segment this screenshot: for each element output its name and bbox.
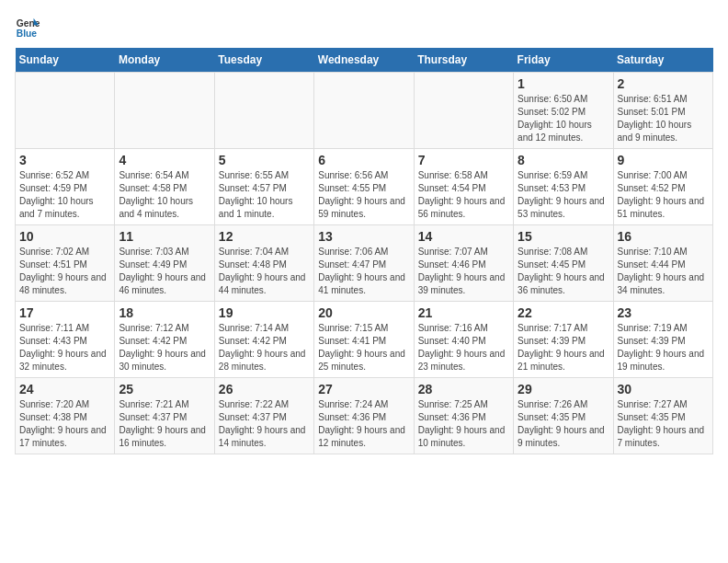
day-number: 25 <box>119 382 210 396</box>
calendar-table: SundayMondayTuesdayWednesdayThursdayFrid… <box>15 48 713 454</box>
day-number: 3 <box>19 153 110 167</box>
calendar-cell: 17Sunrise: 7:11 AM Sunset: 4:43 PM Dayli… <box>16 302 115 378</box>
day-number: 18 <box>119 305 210 320</box>
day-number: 15 <box>518 229 609 244</box>
day-info: Sunrise: 7:15 AM Sunset: 4:41 PM Dayligh… <box>318 322 409 373</box>
day-info: Sunrise: 7:08 AM Sunset: 4:45 PM Dayligh… <box>518 246 609 297</box>
calendar-cell: 1Sunrise: 6:50 AM Sunset: 5:02 PM Daylig… <box>514 73 613 149</box>
day-info: Sunrise: 7:22 AM Sunset: 4:37 PM Dayligh… <box>219 398 310 450</box>
day-info: Sunrise: 7:04 AM Sunset: 4:48 PM Dayligh… <box>219 246 310 297</box>
day-info: Sunrise: 7:10 AM Sunset: 4:44 PM Dayligh… <box>618 246 709 297</box>
day-number: 14 <box>418 229 509 244</box>
day-header-sunday: Sunday <box>16 48 115 73</box>
calendar-cell <box>115 73 214 149</box>
day-info: Sunrise: 7:20 AM Sunset: 4:38 PM Dayligh… <box>19 398 110 450</box>
day-number: 24 <box>19 382 110 396</box>
logo-icon: General Blue <box>15 15 40 40</box>
day-header-wednesday: Wednesday <box>314 48 414 73</box>
day-number: 13 <box>318 229 409 244</box>
day-number: 6 <box>318 153 409 167</box>
calendar-week-row: 24Sunrise: 7:20 AM Sunset: 4:38 PM Dayli… <box>16 378 713 454</box>
calendar-cell: 10Sunrise: 7:02 AM Sunset: 4:51 PM Dayli… <box>16 225 115 302</box>
day-number: 1 <box>518 76 609 91</box>
day-number: 26 <box>219 382 310 396</box>
calendar-week-row: 3Sunrise: 6:52 AM Sunset: 4:59 PM Daylig… <box>16 149 713 225</box>
day-number: 29 <box>518 382 609 396</box>
calendar-cell: 6Sunrise: 6:56 AM Sunset: 4:55 PM Daylig… <box>314 149 414 225</box>
calendar-cell: 20Sunrise: 7:15 AM Sunset: 4:41 PM Dayli… <box>314 302 414 378</box>
day-header-tuesday: Tuesday <box>214 48 313 73</box>
day-info: Sunrise: 7:07 AM Sunset: 4:46 PM Dayligh… <box>418 246 509 297</box>
calendar-cell: 2Sunrise: 6:51 AM Sunset: 5:01 PM Daylig… <box>613 73 712 149</box>
logo: General Blue <box>15 15 44 40</box>
day-number: 28 <box>418 382 509 396</box>
calendar-cell: 25Sunrise: 7:21 AM Sunset: 4:37 PM Dayli… <box>115 378 214 454</box>
calendar-week-row: 1Sunrise: 6:50 AM Sunset: 5:02 PM Daylig… <box>16 73 713 149</box>
day-number: 11 <box>119 229 210 244</box>
day-header-thursday: Thursday <box>414 48 513 73</box>
day-number: 23 <box>618 305 709 320</box>
day-info: Sunrise: 6:52 AM Sunset: 4:59 PM Dayligh… <box>19 169 110 221</box>
day-number: 17 <box>19 305 110 320</box>
day-info: Sunrise: 7:00 AM Sunset: 4:52 PM Dayligh… <box>618 169 709 221</box>
day-number: 20 <box>318 305 409 320</box>
calendar-week-row: 10Sunrise: 7:02 AM Sunset: 4:51 PM Dayli… <box>16 225 713 302</box>
day-header-friday: Friday <box>514 48 613 73</box>
calendar-header-row: SundayMondayTuesdayWednesdayThursdayFrid… <box>16 48 713 73</box>
calendar-cell <box>214 73 313 149</box>
calendar-cell: 8Sunrise: 6:59 AM Sunset: 4:53 PM Daylig… <box>514 149 613 225</box>
calendar-cell: 29Sunrise: 7:26 AM Sunset: 4:35 PM Dayli… <box>514 378 613 454</box>
calendar-cell: 4Sunrise: 6:54 AM Sunset: 4:58 PM Daylig… <box>115 149 214 225</box>
day-info: Sunrise: 6:55 AM Sunset: 4:57 PM Dayligh… <box>219 169 310 221</box>
day-number: 16 <box>618 229 709 244</box>
calendar-cell: 11Sunrise: 7:03 AM Sunset: 4:49 PM Dayli… <box>115 225 214 302</box>
day-number: 4 <box>119 153 210 167</box>
day-number: 5 <box>219 153 310 167</box>
calendar-cell: 9Sunrise: 7:00 AM Sunset: 4:52 PM Daylig… <box>613 149 712 225</box>
calendar-cell: 13Sunrise: 7:06 AM Sunset: 4:47 PM Dayli… <box>314 225 414 302</box>
day-info: Sunrise: 6:54 AM Sunset: 4:58 PM Dayligh… <box>119 169 210 221</box>
calendar-cell: 15Sunrise: 7:08 AM Sunset: 4:45 PM Dayli… <box>514 225 613 302</box>
calendar-cell: 16Sunrise: 7:10 AM Sunset: 4:44 PM Dayli… <box>613 225 712 302</box>
day-info: Sunrise: 7:19 AM Sunset: 4:39 PM Dayligh… <box>618 322 709 373</box>
calendar-cell: 19Sunrise: 7:14 AM Sunset: 4:42 PM Dayli… <box>214 302 313 378</box>
day-info: Sunrise: 6:58 AM Sunset: 4:54 PM Dayligh… <box>418 169 509 221</box>
day-info: Sunrise: 7:06 AM Sunset: 4:47 PM Dayligh… <box>318 246 409 297</box>
calendar-cell <box>314 73 414 149</box>
day-info: Sunrise: 7:24 AM Sunset: 4:36 PM Dayligh… <box>318 398 409 450</box>
day-info: Sunrise: 7:27 AM Sunset: 4:35 PM Dayligh… <box>618 398 709 450</box>
day-info: Sunrise: 7:12 AM Sunset: 4:42 PM Dayligh… <box>119 322 210 373</box>
calendar-cell <box>414 73 513 149</box>
day-info: Sunrise: 6:51 AM Sunset: 5:01 PM Dayligh… <box>618 93 709 144</box>
day-number: 8 <box>518 153 609 167</box>
day-number: 2 <box>618 76 709 91</box>
day-number: 22 <box>518 305 609 320</box>
day-info: Sunrise: 7:26 AM Sunset: 4:35 PM Dayligh… <box>518 398 609 450</box>
day-info: Sunrise: 7:02 AM Sunset: 4:51 PM Dayligh… <box>19 246 110 297</box>
calendar-cell: 23Sunrise: 7:19 AM Sunset: 4:39 PM Dayli… <box>613 302 712 378</box>
day-header-saturday: Saturday <box>613 48 712 73</box>
calendar-cell: 30Sunrise: 7:27 AM Sunset: 4:35 PM Dayli… <box>613 378 712 454</box>
calendar-cell: 18Sunrise: 7:12 AM Sunset: 4:42 PM Dayli… <box>115 302 214 378</box>
day-header-monday: Monday <box>115 48 214 73</box>
calendar-cell: 27Sunrise: 7:24 AM Sunset: 4:36 PM Dayli… <box>314 378 414 454</box>
day-info: Sunrise: 6:59 AM Sunset: 4:53 PM Dayligh… <box>518 169 609 221</box>
calendar-cell: 5Sunrise: 6:55 AM Sunset: 4:57 PM Daylig… <box>214 149 313 225</box>
calendar-cell: 26Sunrise: 7:22 AM Sunset: 4:37 PM Dayli… <box>214 378 313 454</box>
day-info: Sunrise: 7:14 AM Sunset: 4:42 PM Dayligh… <box>219 322 310 373</box>
calendar-cell: 22Sunrise: 7:17 AM Sunset: 4:39 PM Dayli… <box>514 302 613 378</box>
day-number: 12 <box>219 229 310 244</box>
calendar-week-row: 17Sunrise: 7:11 AM Sunset: 4:43 PM Dayli… <box>16 302 713 378</box>
day-number: 21 <box>418 305 509 320</box>
day-number: 30 <box>618 382 709 396</box>
day-number: 19 <box>219 305 310 320</box>
calendar-cell: 7Sunrise: 6:58 AM Sunset: 4:54 PM Daylig… <box>414 149 513 225</box>
day-info: Sunrise: 6:50 AM Sunset: 5:02 PM Dayligh… <box>518 93 609 144</box>
day-number: 10 <box>19 229 110 244</box>
day-info: Sunrise: 7:16 AM Sunset: 4:40 PM Dayligh… <box>418 322 509 373</box>
day-info: Sunrise: 7:17 AM Sunset: 4:39 PM Dayligh… <box>518 322 609 373</box>
calendar-cell: 14Sunrise: 7:07 AM Sunset: 4:46 PM Dayli… <box>414 225 513 302</box>
calendar-cell: 3Sunrise: 6:52 AM Sunset: 4:59 PM Daylig… <box>16 149 115 225</box>
day-info: Sunrise: 7:03 AM Sunset: 4:49 PM Dayligh… <box>119 246 210 297</box>
svg-text:Blue: Blue <box>17 29 38 39</box>
